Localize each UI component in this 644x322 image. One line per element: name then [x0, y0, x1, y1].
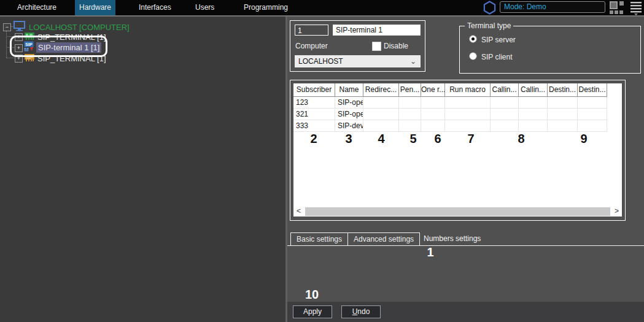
cell [421, 97, 445, 109]
cell [578, 97, 607, 109]
col-header-calling-2[interactable]: Callin... [519, 83, 548, 97]
tree-collapse-toggle[interactable]: − [3, 23, 11, 31]
tree-node-sip-terminal-selected[interactable]: SIP-terminal 1 [1] [36, 42, 101, 53]
tree-expand-toggle[interactable]: + [15, 44, 23, 52]
disable-checkbox[interactable] [372, 42, 381, 51]
cell [491, 120, 519, 132]
cell [445, 109, 491, 120]
cell [399, 120, 421, 132]
top-menu-bar: Architecture Hardware Interfaces Users P… [0, 0, 644, 15]
radio-sip-server-label: SIP server [481, 36, 516, 44]
terminal-card-green-icon [25, 31, 35, 40]
cell [519, 109, 548, 120]
computer-select[interactable]: LOCALHOST ⌄ [295, 55, 421, 67]
cell [399, 97, 421, 109]
terminal-name-input[interactable] [333, 25, 421, 36]
cell-name: SIP-ope.. [335, 109, 363, 120]
horizontal-scrollbar: < > [293, 207, 622, 217]
cell [363, 120, 399, 132]
computer-select-value: LOCALHOST [298, 57, 343, 66]
terminal-type-group [459, 26, 641, 74]
cell [491, 109, 519, 120]
tree-node-localhost[interactable]: LOCALHOST [COMPUTER] [29, 23, 130, 32]
tree-expand-toggle[interactable]: + [15, 55, 23, 63]
chevron-down-icon: ⌄ [410, 55, 416, 67]
scrollbar-thumb[interactable] [305, 207, 610, 216]
tab-basic-settings[interactable]: Basic settings [291, 233, 348, 245]
cell [399, 109, 421, 120]
settings-tab-group: Basic settings Advanced settings [290, 232, 420, 246]
mode-indicator: Mode: Demo [500, 1, 605, 13]
cell [421, 120, 445, 132]
cell [445, 120, 491, 132]
cell [519, 97, 548, 109]
cell [491, 97, 519, 109]
scroll-left-icon[interactable]: < [293, 207, 304, 217]
nav-tab-programming[interactable]: Programming [244, 0, 288, 15]
terminal-id-field[interactable]: 1 [295, 25, 328, 36]
cell-subscriber: 123 [293, 97, 335, 109]
scroll-right-icon[interactable]: > [611, 207, 622, 217]
cell [578, 109, 607, 120]
radio-selected-dot [471, 37, 475, 40]
svg-text:SIP: SIP [25, 42, 33, 47]
tree-connector [6, 58, 14, 59]
cell [548, 97, 578, 109]
cell-name: SIP-ope.. [335, 97, 363, 109]
numbers-table: Subscriber Name Redirec... Pen... One r.… [293, 83, 622, 217]
cell-subscriber: 321 [293, 109, 335, 120]
sip-terminal-icon: SIP [24, 41, 34, 52]
disable-label: Disable [384, 42, 408, 50]
tree-connector [6, 47, 14, 48]
hexagon-icon [483, 1, 497, 15]
computer-label: Computer [295, 42, 328, 50]
grid-layout-icon[interactable] [609, 1, 625, 15]
tab-advanced-settings[interactable]: Advanced settings [348, 233, 419, 245]
tree-expand-toggle[interactable]: + [15, 33, 23, 41]
table-row[interactable]: 321 SIP-ope.. [293, 109, 622, 120]
nav-tab-interfaces[interactable]: Interfaces [139, 0, 171, 15]
col-header-redirect[interactable]: Redirec... [363, 83, 399, 97]
cell [548, 120, 578, 132]
tab-numbers-settings[interactable]: Numbers settings [424, 234, 481, 243]
col-header-destination-2[interactable]: Destin... [578, 83, 607, 97]
tab-strip-line [287, 245, 644, 246]
cell-subscriber: 333 [293, 120, 335, 132]
apply-button[interactable]: Apply [293, 305, 332, 318]
tree-node-sip-terminal-2[interactable]: SIP_TERMINAL [1] [37, 54, 106, 63]
cell-name: SIP-dev.. [335, 120, 363, 132]
cell [519, 120, 548, 132]
undo-button[interactable]: Undo [341, 305, 381, 318]
col-header-calling-1[interactable]: Callin... [491, 83, 519, 97]
nav-tab-users[interactable]: Users [195, 0, 214, 15]
tree-connector [6, 29, 7, 58]
tree-connector [6, 36, 14, 37]
cell [578, 120, 607, 132]
terminal-type-legend: Terminal type [465, 21, 513, 30]
cell [421, 109, 445, 120]
col-header-destination-1[interactable]: Destin... [548, 83, 578, 97]
table-row[interactable]: 123 SIP-ope.. [293, 97, 622, 109]
nav-tab-hardware[interactable]: Hardware [75, 0, 115, 15]
radio-sip-client[interactable] [469, 52, 477, 60]
computer-icon [14, 21, 26, 31]
hamburger-menu-icon[interactable] [630, 1, 642, 15]
col-header-run-macro[interactable]: Run macro [445, 83, 491, 97]
nav-tab-architecture[interactable]: Architecture [17, 0, 56, 15]
radio-sip-client-label: SIP client [481, 53, 512, 61]
tree-node-sip-terminal-1[interactable]: SIP_TERMINAL [1] [37, 33, 106, 42]
col-header-name[interactable]: Name [335, 83, 363, 97]
col-header-subscriber[interactable]: Subscriber [293, 83, 335, 97]
cell [548, 109, 578, 120]
radio-sip-server[interactable] [469, 35, 477, 43]
table-row[interactable]: 333 SIP-dev.. [293, 120, 622, 132]
col-header-pen[interactable]: Pen... [399, 83, 421, 97]
cell [363, 109, 399, 120]
terminal-card-yellow-icon [25, 53, 35, 62]
cell [363, 97, 399, 109]
col-header-one-r[interactable]: One r... [421, 83, 445, 97]
application-window: Architecture Hardware Interfaces Users P… [0, 0, 644, 322]
table-header-row: Subscriber Name Redirec... Pen... One r.… [293, 83, 622, 97]
cell [445, 97, 491, 109]
